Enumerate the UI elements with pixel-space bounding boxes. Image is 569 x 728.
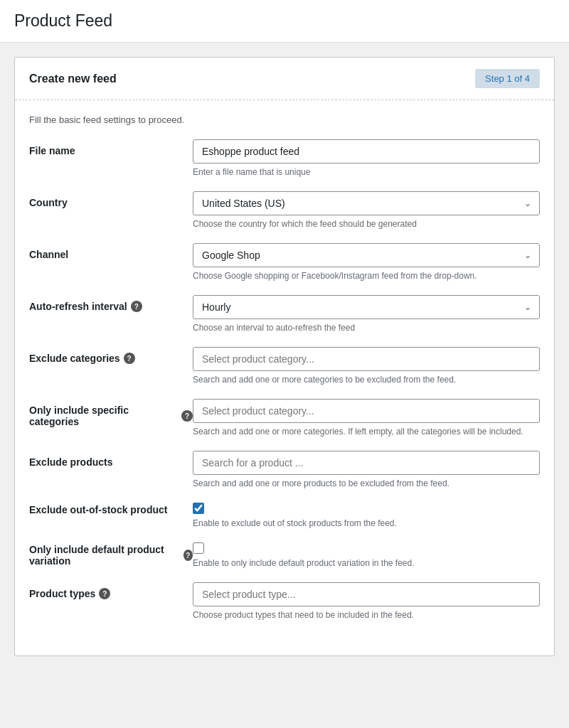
- auto-refresh-help-icon[interactable]: ?: [131, 301, 142, 312]
- country-row: Country United States (US) United Kingdo…: [29, 191, 540, 229]
- auto-refresh-label: Auto-refresh interval ?: [29, 295, 193, 312]
- default-variation-control: Enable to only include default product v…: [193, 542, 540, 568]
- product-types-input[interactable]: [193, 582, 540, 606]
- auto-refresh-control: Hourly Daily Weekly ⌄ Choose an interval…: [193, 295, 540, 333]
- product-types-hint: Choose product types that need to be inc…: [193, 610, 540, 620]
- product-types-label: Product types ?: [29, 582, 193, 599]
- default-variation-checkbox[interactable]: [193, 542, 204, 554]
- file-name-control: Enter a file name that is unique: [193, 139, 540, 177]
- form-subtitle: Fill the basic feed settings to proceed.: [29, 114, 540, 125]
- card-body: Fill the basic feed settings to proceed.…: [15, 100, 554, 655]
- auto-refresh-hint: Choose an interval to auto-refresh the f…: [193, 323, 540, 333]
- exclude-categories-hint: Search and add one or more categories to…: [193, 375, 540, 385]
- page-title: Product Feed: [14, 11, 555, 31]
- page-header: Product Feed: [0, 0, 569, 43]
- country-select[interactable]: United States (US) United Kingdom (UK) C…: [193, 191, 540, 215]
- include-categories-row: Only include specific categories ? Searc…: [29, 399, 540, 437]
- file-name-label: File name: [29, 139, 193, 156]
- exclude-out-of-stock-checkbox[interactable]: [193, 503, 204, 514]
- default-variation-row: Only include default product variation ?…: [29, 542, 540, 568]
- exclude-categories-row: Exclude categories ? Search and add one …: [29, 347, 540, 385]
- exclude-categories-label: Exclude categories ?: [29, 347, 193, 364]
- channel-control: Google Shop Facebook / Instagram ⌄ Choos…: [193, 243, 540, 281]
- exclude-categories-control: Search and add one or more categories to…: [193, 347, 540, 385]
- auto-refresh-select[interactable]: Hourly Daily Weekly: [193, 295, 540, 319]
- default-variation-label: Only include default product variation ?: [29, 542, 193, 567]
- card-title: Create new feed: [29, 73, 117, 85]
- channel-select[interactable]: Google Shop Facebook / Instagram: [193, 243, 540, 267]
- exclude-products-control: Search and add one or more products to b…: [193, 451, 540, 488]
- exclude-products-hint: Search and add one or more products to b…: [193, 478, 540, 488]
- exclude-products-row: Exclude products Search and add one or m…: [29, 451, 540, 488]
- auto-refresh-select-wrap: Hourly Daily Weekly ⌄: [193, 295, 540, 319]
- exclude-out-of-stock-row: Exclude out-of-stock product Enable to e…: [29, 503, 540, 528]
- auto-refresh-row: Auto-refresh interval ? Hourly Daily Wee…: [29, 295, 540, 333]
- exclude-out-of-stock-label: Exclude out-of-stock product: [29, 503, 193, 515]
- exclude-products-label: Exclude products: [29, 451, 193, 468]
- include-categories-control: Search and add one or more categories. I…: [193, 399, 540, 437]
- country-hint: Choose the country for which the feed sh…: [193, 219, 540, 229]
- exclude-categories-input[interactable]: [193, 347, 540, 371]
- channel-select-wrap: Google Shop Facebook / Instagram ⌄: [193, 243, 540, 267]
- country-label: Country: [29, 191, 193, 208]
- channel-label: Channel: [29, 243, 193, 260]
- file-name-row: File name Enter a file name that is uniq…: [29, 139, 540, 177]
- include-categories-input[interactable]: [193, 399, 540, 423]
- product-types-row: Product types ? Choose product types tha…: [29, 582, 540, 620]
- card-header: Create new feed Step 1 of 4: [15, 58, 554, 100]
- exclude-products-input[interactable]: [193, 451, 540, 475]
- channel-hint: Choose Google shopping or Facebook/Insta…: [193, 271, 540, 281]
- exclude-categories-help-icon[interactable]: ?: [124, 353, 135, 364]
- include-categories-help-icon[interactable]: ?: [181, 410, 193, 422]
- exclude-out-of-stock-hint: Enable to exclude out of stock products …: [193, 518, 540, 528]
- file-name-input[interactable]: [193, 139, 540, 164]
- include-categories-label: Only include specific categories ?: [29, 399, 193, 427]
- file-name-hint: Enter a file name that is unique: [193, 167, 540, 177]
- country-control: United States (US) United Kingdom (UK) C…: [193, 191, 540, 229]
- default-variation-help-icon[interactable]: ?: [184, 550, 193, 561]
- main-content: Create new feed Step 1 of 4 Fill the bas…: [0, 43, 569, 670]
- channel-row: Channel Google Shop Facebook / Instagram…: [29, 243, 540, 281]
- product-types-help-icon[interactable]: ?: [99, 588, 110, 599]
- default-variation-hint: Enable to only include default product v…: [193, 558, 540, 568]
- product-types-control: Choose product types that need to be inc…: [193, 582, 540, 620]
- include-categories-hint: Search and add one or more categories. I…: [193, 427, 540, 437]
- step-badge: Step 1 of 4: [475, 69, 540, 88]
- form-card: Create new feed Step 1 of 4 Fill the bas…: [14, 57, 555, 656]
- country-select-wrap: United States (US) United Kingdom (UK) C…: [193, 191, 540, 215]
- exclude-out-of-stock-control: Enable to exclude out of stock products …: [193, 503, 540, 528]
